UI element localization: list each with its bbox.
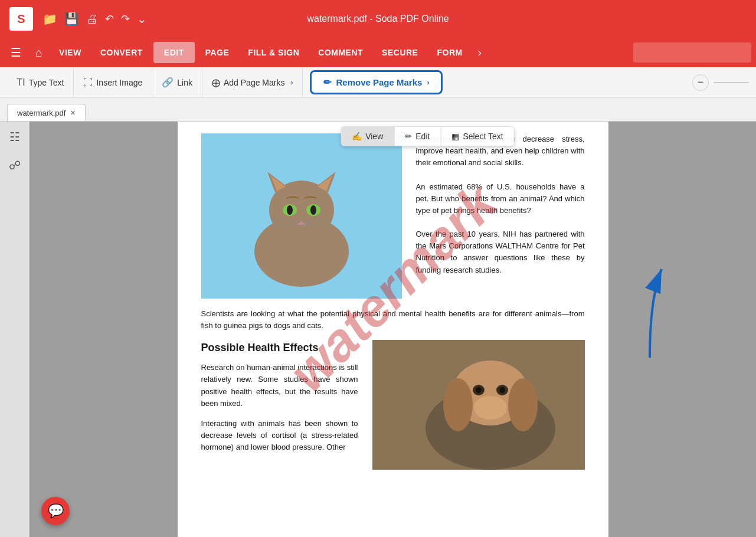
- menu-item-secure[interactable]: SECURE: [374, 43, 426, 62]
- title-bar: S 📁 💾 🖨 ↶ ↷ ⌄ watermark.pdf - Soda PDF O…: [0, 0, 756, 38]
- menu-item-fill-sign[interactable]: FILL & SIGN: [240, 43, 307, 62]
- pdf-content: unconditional love p you decrease stress…: [178, 122, 608, 491]
- more-menu-icon[interactable]: ›: [473, 43, 486, 63]
- menu-item-convert[interactable]: CONVERT: [92, 43, 151, 62]
- pdf-paragraph-5: Research on human-animal interactions is…: [201, 362, 358, 410]
- search-area[interactable]: [633, 42, 751, 63]
- pdf-text-col-bottom: Possible Health Effects Research on huma…: [201, 340, 358, 470]
- pdf-view-label: View: [365, 132, 383, 141]
- dog-image: [372, 340, 585, 470]
- undo-icon[interactable]: ↶: [105, 12, 114, 25]
- tab-filename: watermark.pdf: [17, 109, 66, 117]
- pdf-row-bottom: Possible Health Effects Research on huma…: [201, 340, 585, 470]
- insert-image-button[interactable]: ⛶ Insert Image: [74, 67, 152, 97]
- svg-point-10: [310, 205, 316, 215]
- svg-point-23: [476, 387, 482, 393]
- cursor-icon: ▦: [451, 132, 459, 141]
- remove-page-marks-chevron: ›: [427, 78, 429, 87]
- menu-item-page[interactable]: PAGE: [197, 43, 238, 62]
- bookmarks-button[interactable]: ☍: [4, 155, 25, 176]
- hamburger-menu-icon[interactable]: ☰: [5, 42, 27, 63]
- tab-bar: watermark.pdf ×: [0, 98, 756, 122]
- pdf-view-toolbar: ✍ View ✏ Edit ▦ Select Text: [341, 126, 514, 146]
- chevron-down-icon[interactable]: ⌄: [137, 12, 147, 26]
- menu-item-comment[interactable]: COMMENT: [310, 43, 371, 62]
- svg-point-20: [508, 378, 538, 431]
- main-area: ☷ ☍ ✍ View ✏ Edit ▦ Select Text watermar…: [0, 122, 756, 537]
- hand-icon: ✍: [352, 132, 362, 141]
- pdf-edit-button[interactable]: ✏ Edit: [394, 127, 441, 146]
- open-folder-icon[interactable]: 📁: [42, 12, 57, 26]
- pdf-heading: Possible Health Effects: [201, 340, 358, 356]
- pdf-select-text-label: Select Text: [463, 132, 503, 141]
- remove-page-marks-icon: ✏: [323, 77, 331, 88]
- menu-bar: ☰ ⌂ VIEW CONVERT EDIT PAGE FILL & SIGN C…: [0, 38, 756, 67]
- zoom-slider[interactable]: [714, 82, 749, 83]
- save-icon[interactable]: 💾: [64, 12, 79, 26]
- cat-image: [201, 133, 402, 299]
- add-page-marks-icon: ⨁: [212, 78, 220, 87]
- tab-watermark-pdf[interactable]: watermark.pdf ×: [7, 104, 86, 121]
- insert-image-label: Insert Image: [96, 78, 142, 87]
- blue-arrow-annotation: [614, 251, 685, 372]
- edit-toolbar: TⅠ Type Text ⛶ Insert Image 🔗 Link ⨁ Add…: [0, 67, 756, 98]
- print-icon[interactable]: 🖨: [86, 12, 98, 26]
- redo-icon[interactable]: ↷: [121, 12, 130, 25]
- left-panel: ☷ ☍: [0, 122, 30, 537]
- window-title: watermark.pdf - Soda PDF Online: [307, 14, 449, 24]
- help-chat-button[interactable]: 💬: [41, 497, 70, 525]
- pdf-edit-label: Edit: [415, 132, 430, 141]
- chat-icon: 💬: [48, 503, 64, 519]
- svg-point-26: [474, 396, 507, 420]
- type-text-icon: TⅠ: [17, 77, 25, 88]
- pdf-page: watermark: [178, 122, 608, 537]
- link-button[interactable]: 🔗 Link: [152, 67, 202, 97]
- pdf-text-col-top: unconditional love p you decrease stress…: [416, 133, 585, 299]
- pdf-paragraph-2: An estimated 68% of U.S. households have…: [416, 181, 585, 217]
- zoom-out-button[interactable]: −: [692, 74, 709, 91]
- toolbar-right: −: [692, 74, 749, 91]
- svg-point-19: [443, 378, 473, 431]
- tab-close-button[interactable]: ×: [70, 108, 75, 117]
- add-page-marks-chevron: ›: [290, 78, 293, 87]
- pdf-paragraph-6: Interacting with animals has been shown …: [201, 418, 358, 453]
- insert-image-icon: ⛶: [83, 77, 93, 88]
- title-bar-icons: 📁 💾 🖨 ↶ ↷ ⌄: [42, 12, 147, 26]
- type-text-button[interactable]: TⅠ Type Text: [7, 67, 74, 97]
- menu-item-view[interactable]: VIEW: [51, 43, 90, 62]
- svg-point-24: [499, 387, 505, 393]
- remove-page-marks-label: Remove Page Marks: [336, 77, 422, 87]
- remove-page-marks-button[interactable]: ✏ Remove Page Marks ›: [310, 70, 443, 94]
- pdf-view-button[interactable]: ✍ View: [341, 127, 394, 146]
- pdf-paragraph-3: Over the past 10 years, NIH has partnere…: [416, 228, 585, 276]
- page-thumbnails-button[interactable]: ☷: [4, 126, 25, 148]
- add-page-marks-button[interactable]: ⨁ Add Page Marks ›: [202, 67, 303, 97]
- pdf-paragraph-4: Scientists are looking at what the poten…: [201, 308, 585, 332]
- menu-item-form[interactable]: FORM: [428, 43, 470, 62]
- menu-item-edit[interactable]: EDIT: [153, 42, 195, 63]
- pdf-viewer: ✍ View ✏ Edit ▦ Select Text watermark: [30, 122, 756, 537]
- home-icon[interactable]: ⌂: [30, 42, 48, 63]
- svg-point-9: [287, 205, 293, 215]
- pdf-select-text-button[interactable]: ▦ Select Text: [441, 127, 513, 146]
- app-logo[interactable]: S: [9, 7, 33, 31]
- type-text-label: Type Text: [29, 78, 64, 87]
- link-icon: 🔗: [162, 77, 174, 88]
- pdf-row-top: unconditional love p you decrease stress…: [201, 133, 585, 299]
- add-page-marks-label: Add Page Marks: [224, 78, 285, 87]
- pencil-icon: ✏: [405, 132, 412, 141]
- link-label: Link: [177, 78, 192, 87]
